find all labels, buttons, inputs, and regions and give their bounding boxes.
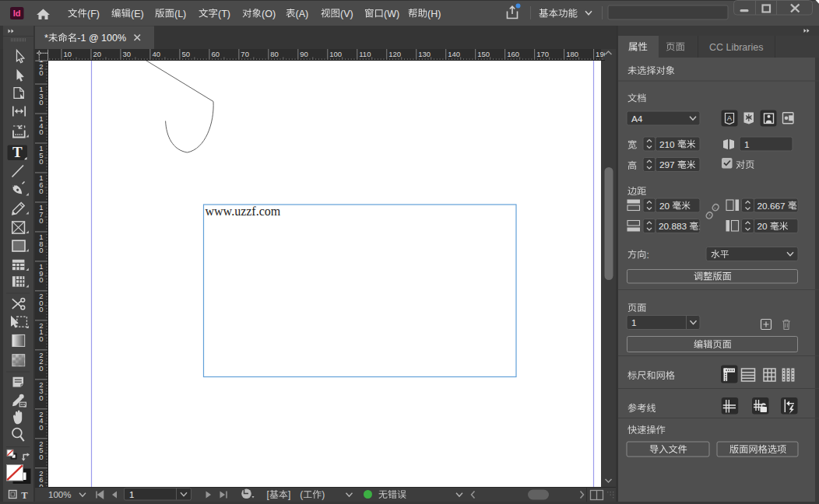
svg-text:60: 60 [211,50,220,58]
svg-text:-1 @ 100%: -1 @ 100% [77,33,126,44]
svg-text:(F): (F) [87,9,100,19]
svg-text:0: 0 [39,216,43,225]
svg-text:0: 0 [39,157,43,166]
svg-text:0: 0 [39,98,43,107]
svg-text:70: 70 [241,50,249,58]
svg-text:0: 0 [39,364,43,373]
svg-text:100: 100 [329,50,342,58]
svg-text:*: * [44,33,48,44]
svg-text:(L): (L) [174,9,186,19]
svg-text:1: 1 [129,490,134,499]
svg-text:Id: Id [13,9,21,18]
svg-text:20: 20 [93,50,101,58]
svg-text:): ) [322,489,325,500]
svg-text:110: 110 [359,50,371,58]
svg-text:(E): (E) [131,9,144,19]
svg-text:120: 120 [388,50,401,58]
svg-text:A4: A4 [631,114,643,124]
svg-text:0: 0 [39,128,43,136]
svg-text:20.883: 20.883 [659,221,687,232]
svg-text:0: 0 [39,68,43,77]
svg-text:80: 80 [270,50,279,58]
svg-text:(W): (W) [384,9,399,19]
svg-text:40: 40 [152,50,160,58]
svg-text:0: 0 [39,305,43,313]
svg-text:160: 160 [507,50,519,58]
svg-text:0: 0 [39,187,43,195]
svg-text:210: 210 [659,139,675,150]
svg-text:1: 1 [631,317,637,328]
svg-text:140: 140 [448,50,460,58]
svg-text:T: T [12,144,23,160]
svg-text:90: 90 [300,50,308,58]
svg-text:0: 0 [39,423,43,432]
svg-text:(H): (H) [427,9,441,19]
svg-text:CC Libraries: CC Libraries [709,42,763,53]
svg-text:150: 150 [477,50,490,58]
svg-text:(: ( [300,489,303,500]
svg-text:]: ] [288,489,290,500]
svg-text:A: A [727,114,733,122]
svg-text:(T): (T) [218,9,230,19]
svg-text:(O): (O) [262,9,276,19]
svg-text:30: 30 [122,50,131,58]
svg-text:50: 50 [181,50,190,58]
svg-text::: : [646,250,649,261]
svg-text:20.667: 20.667 [757,201,786,212]
svg-text:297: 297 [659,159,675,170]
svg-text:20: 20 [757,221,768,232]
svg-text:0: 0 [39,394,43,402]
svg-text:0: 0 [39,275,43,284]
svg-text:T: T [21,490,28,501]
svg-text:(A): (A) [296,9,309,19]
svg-text:20: 20 [659,201,670,212]
svg-text:0: 0 [39,453,43,461]
svg-text:1: 1 [744,139,750,150]
svg-text:170: 170 [536,50,549,58]
svg-text:130: 130 [418,50,431,58]
svg-text:0: 0 [39,246,43,254]
svg-text:0: 0 [39,334,43,343]
svg-text:180: 180 [566,50,578,58]
svg-text:www.uzzf.com: www.uzzf.com [206,205,281,218]
svg-text:100%: 100% [48,490,71,499]
svg-text:10: 10 [63,50,72,58]
svg-text:(V): (V) [340,9,353,19]
